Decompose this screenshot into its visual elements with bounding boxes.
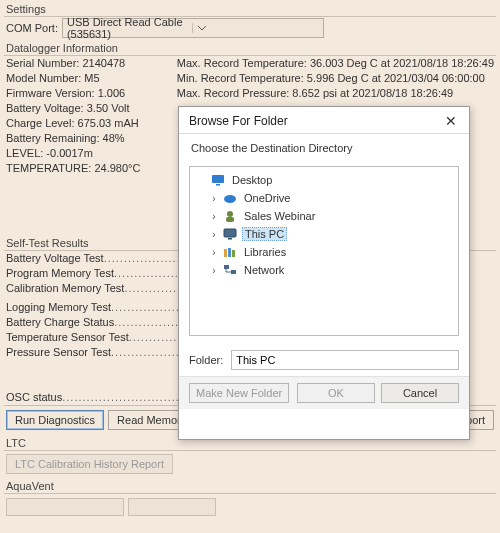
tree-item-onedrive[interactable]: › OneDrive <box>192 189 456 207</box>
ok-button[interactable]: OK <box>297 383 375 403</box>
expand-icon[interactable]: › <box>208 229 220 240</box>
settings-title: Settings <box>0 0 500 16</box>
desktop-icon <box>210 173 226 187</box>
svg-point-3 <box>227 211 233 217</box>
browse-folder-dialog: Browse For Folder ✕ Choose the Destinati… <box>178 106 470 440</box>
svg-rect-10 <box>224 265 229 269</box>
com-port-value: USB Direct Read Cable (535631) <box>63 16 193 40</box>
svg-point-2 <box>224 195 236 203</box>
svg-rect-6 <box>228 238 232 240</box>
aquavent-title: AquaVent <box>0 477 500 493</box>
datalogger-title: Datalogger Information <box>0 39 500 55</box>
firmware-version: Firmware Version: 1.006 <box>0 86 171 101</box>
temperature-reading: TEMPERATURE: 24.980°C <box>0 161 171 176</box>
svg-rect-11 <box>231 270 236 274</box>
svg-rect-5 <box>224 229 236 237</box>
tree-item-user[interactable]: › Sales Webinar <box>192 207 456 225</box>
charge-level: Charge Level: 675.03 mAH <box>0 116 171 131</box>
cancel-button[interactable]: Cancel <box>381 383 459 403</box>
monitor-icon <box>222 227 238 241</box>
tree-item-desktop[interactable]: Desktop <box>192 171 456 189</box>
dialog-title: Browse For Folder <box>189 114 288 128</box>
cloud-icon <box>222 191 238 205</box>
expand-icon[interactable]: › <box>208 211 220 222</box>
serial-number: Serial Number: 2140478 <box>0 56 171 71</box>
max-record-temp: Max. Record Temperature: 36.003 Deg C at… <box>171 56 500 71</box>
svg-rect-0 <box>212 175 224 183</box>
com-port-label: COM Port: <box>6 22 58 34</box>
com-port-select[interactable]: USB Direct Read Cable (535631) <box>62 18 324 38</box>
folder-label: Folder: <box>189 354 223 366</box>
expand-icon[interactable]: › <box>208 193 220 204</box>
libraries-icon <box>222 245 238 259</box>
divider <box>4 450 496 451</box>
svg-rect-8 <box>228 248 231 257</box>
run-diagnostics-button[interactable]: Run Diagnostics <box>6 410 104 430</box>
aquavent-button-2 <box>128 498 216 516</box>
svg-rect-9 <box>232 250 235 257</box>
folder-input[interactable] <box>231 350 459 370</box>
svg-rect-1 <box>216 184 220 186</box>
network-icon <box>222 263 238 277</box>
model-number: Model Number: M5 <box>0 71 171 86</box>
make-new-folder-button: Make New Folder <box>189 383 289 403</box>
battery-remaining: Battery Remaining: 48% <box>0 131 171 146</box>
svg-rect-4 <box>226 217 234 222</box>
chevron-down-icon <box>192 23 323 33</box>
tree-item-network[interactable]: › Network <box>192 261 456 279</box>
tree-item-libraries[interactable]: › Libraries <box>192 243 456 261</box>
battery-voltage: Battery Voltage: 3.50 Volt <box>0 101 171 116</box>
folder-tree[interactable]: Desktop › OneDrive › Sales Webinar › Thi… <box>189 166 459 336</box>
dialog-instruction: Choose the Destination Directory <box>179 140 469 162</box>
user-icon <box>222 209 238 223</box>
max-record-pressure: Max. Record Pressure: 8.652 psi at 2021/… <box>171 86 500 101</box>
svg-rect-7 <box>224 249 227 257</box>
expand-icon[interactable]: › <box>208 247 220 258</box>
expand-icon[interactable]: › <box>208 265 220 276</box>
aquavent-button-1 <box>6 498 124 516</box>
close-icon[interactable]: ✕ <box>441 113 461 129</box>
min-record-temp: Min. Record Temperature: 5.996 Deg C at … <box>171 71 500 86</box>
ltc-calibration-history-button[interactable]: LTC Calibration History Report <box>6 454 173 474</box>
tree-item-this-pc[interactable]: › This PC <box>192 225 456 243</box>
level-reading: LEVEL: -0.0017m <box>0 146 171 161</box>
